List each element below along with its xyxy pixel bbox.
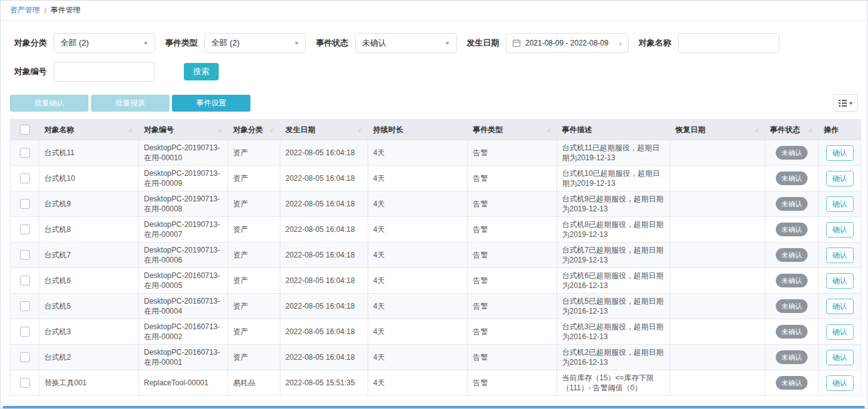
- column-header[interactable]: 发生日期↓↑: [280, 120, 368, 140]
- column-header[interactable]: 事件类型↓↑: [468, 120, 557, 140]
- column-header[interactable]: 对象名称↓↑: [39, 120, 139, 140]
- sort-icon[interactable]: ↓↑: [546, 127, 551, 133]
- cell-actions: 确认: [819, 294, 861, 319]
- cell-object-category: 资产: [228, 345, 280, 370]
- cell-object-category: 资产: [228, 319, 280, 345]
- column-header[interactable]: 对象分类↓↑: [228, 120, 280, 140]
- cell-occur-date: 2022-08-05 16:04:18: [280, 140, 368, 166]
- cell-event-type: 告警: [468, 243, 557, 268]
- cell-description: 台式机2已超期服役，超期日期为2016-12-13: [557, 345, 670, 370]
- row-checkbox[interactable]: [20, 301, 30, 311]
- cell-object-category: 资产: [228, 243, 280, 268]
- confirm-button[interactable]: 确认: [826, 145, 854, 161]
- event-status-select[interactable]: 未确认 ▼: [355, 33, 457, 53]
- cell-object-code: DesktopPC-20190713-在用-00010: [139, 140, 228, 166]
- column-settings-button[interactable]: ▼: [833, 94, 858, 112]
- row-checkbox[interactable]: [20, 224, 30, 234]
- column-header[interactable]: 对象编号↓↑: [139, 120, 228, 140]
- chevron-down-icon: ▼: [143, 41, 149, 46]
- chevron-down-icon: ▼: [293, 41, 300, 46]
- sort-icon[interactable]: ↓↑: [358, 127, 363, 133]
- event-settings-button[interactable]: 事件设置: [172, 95, 250, 112]
- event-management-page: 资产管理 / 事件管理 对象分类 全部 (2) ▼ 事件类型 全部 (2) ▼ …: [0, 0, 868, 409]
- confirm-button[interactable]: 确认: [826, 375, 854, 391]
- cell-event-type: 告警: [468, 345, 557, 370]
- cell-object-code: DesktopPC-20160713-在用-00004: [139, 294, 228, 319]
- cell-event-type: 告警: [468, 370, 557, 396]
- table-row: 台式机3DesktopPC-20160713-在用-00002资产2022-08…: [11, 319, 861, 345]
- cell-object-name: 台式机6: [39, 268, 139, 294]
- row-checkbox[interactable]: [20, 199, 30, 209]
- cell-recovery-date: [670, 140, 765, 166]
- sort-icon[interactable]: ↓↑: [808, 127, 813, 133]
- row-checkbox-cell: [11, 268, 39, 294]
- cell-object-code: DesktopPC-20160713-在用-00001: [139, 345, 228, 370]
- confirm-button[interactable]: 确认: [826, 171, 854, 186]
- sort-icon[interactable]: ↓↑: [755, 127, 760, 133]
- confirm-button[interactable]: 确认: [826, 350, 854, 365]
- batch-confirm-button[interactable]: 批量确认: [10, 95, 88, 112]
- confirm-button[interactable]: 确认: [826, 222, 854, 238]
- row-checkbox[interactable]: [20, 327, 30, 337]
- object-category-select[interactable]: 全部 (2) ▼: [54, 33, 155, 53]
- cell-object-category: 易耗品: [228, 370, 280, 396]
- cell-object-category: 资产: [228, 294, 280, 319]
- cell-duration: 4天: [368, 268, 468, 294]
- batch-scrap-button[interactable]: 批量报废: [91, 95, 169, 112]
- sort-icon[interactable]: ↓↑: [270, 127, 275, 133]
- column-header[interactable]: 事件状态↓↑: [765, 120, 819, 140]
- object-code-input[interactable]: [54, 62, 155, 82]
- cell-event-type: 告警: [468, 191, 557, 217]
- cell-description: 台式机8已超期服役，超期日期为2019-12-13: [557, 217, 670, 243]
- cell-event-status: 未确认: [765, 294, 819, 319]
- confirm-button[interactable]: 确认: [826, 196, 854, 212]
- breadcrumb-parent-link[interactable]: 资产管理: [10, 5, 40, 16]
- cell-actions: 确认: [819, 319, 861, 345]
- status-badge: 未确认: [776, 171, 808, 185]
- cell-actions: 确认: [819, 191, 861, 217]
- row-checkbox[interactable]: [20, 148, 30, 158]
- cell-occur-date: 2022-08-05 16:04:18: [280, 191, 368, 217]
- cell-occur-date: 2022-08-05 16:04:18: [280, 294, 368, 319]
- cell-recovery-date: [670, 243, 765, 268]
- row-checkbox-cell: [11, 243, 39, 268]
- cell-description: 台式机9已超期服役，超期日期为2019-12-13: [557, 191, 670, 217]
- cell-event-status: 未确认: [765, 191, 819, 217]
- cell-object-category: 资产: [228, 268, 280, 294]
- object-name-input[interactable]: [678, 33, 780, 53]
- toolbar: 批量确认 批量报废 事件设置 ▼: [1, 90, 867, 119]
- confirm-button[interactable]: 确认: [826, 299, 854, 314]
- confirm-button[interactable]: 确认: [826, 324, 854, 340]
- event-type-select[interactable]: 全部 (2) ▼: [204, 33, 306, 53]
- cell-description: 当前库存（15）<=库存下限（111）- 告警阈值（0）: [557, 370, 670, 396]
- sort-icon[interactable]: ↓↑: [217, 127, 222, 133]
- column-header-label: 对象分类: [233, 125, 263, 135]
- row-checkbox[interactable]: [20, 378, 30, 388]
- select-all-checkbox[interactable]: [20, 125, 30, 135]
- row-checkbox[interactable]: [20, 173, 30, 183]
- cell-occur-date: 2022-08-05 16:04:18: [280, 319, 368, 345]
- cell-occur-date: 2022-08-05 16:04:18: [280, 268, 368, 294]
- column-header-label: 事件类型: [473, 125, 503, 135]
- cell-actions: 确认: [819, 370, 861, 396]
- sort-icon[interactable]: ↓↑: [128, 127, 133, 133]
- row-checkbox[interactable]: [20, 250, 30, 260]
- row-checkbox[interactable]: [20, 352, 30, 362]
- column-header[interactable]: 恢复日期↓↑: [670, 120, 765, 140]
- search-button[interactable]: 搜索: [184, 63, 219, 80]
- status-badge: 未确认: [776, 350, 808, 364]
- cell-object-category: 资产: [228, 166, 280, 191]
- cell-duration: 4天: [368, 217, 468, 243]
- filter-panel: 对象分类 全部 (2) ▼ 事件类型 全部 (2) ▼ 事件状态 未确认 ▼: [1, 21, 867, 82]
- table-row: 台式机5DesktopPC-20160713-在用-00004资产2022-08…: [11, 294, 861, 319]
- cell-duration: 4天: [368, 191, 468, 217]
- occur-date-range-picker[interactable]: 2021-08-09 - 2022-08-09 ∨: [506, 33, 629, 53]
- cell-recovery-date: [670, 191, 765, 217]
- horizontal-scrollbar-thumb[interactable]: [2, 406, 865, 408]
- cell-description: 台式机3已超期服役，超期日期为2016-12-13: [557, 319, 670, 345]
- table-row: 台式机9DesktopPC-20190713-在用-00008资产2022-08…: [11, 191, 861, 217]
- chevron-down-icon: ▼: [444, 41, 451, 46]
- row-checkbox[interactable]: [20, 276, 30, 286]
- confirm-button[interactable]: 确认: [826, 273, 854, 289]
- confirm-button[interactable]: 确认: [826, 248, 854, 263]
